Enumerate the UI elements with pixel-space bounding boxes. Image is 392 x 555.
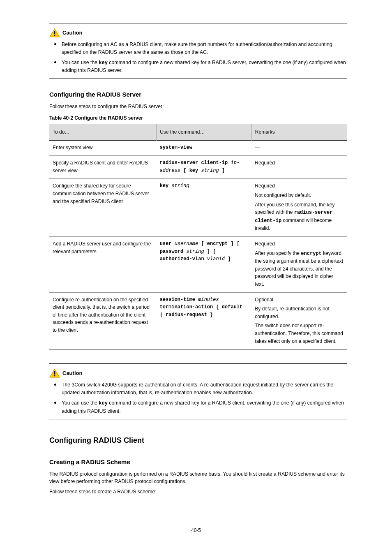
intro-text: Follow these steps to configure the RADI… xyxy=(49,103,347,111)
svg-rect-2 xyxy=(54,35,55,36)
svg-rect-4 xyxy=(54,371,55,375)
list-item: You can use the key command to configure… xyxy=(54,59,347,75)
page-number: 40-5 xyxy=(0,527,392,534)
table-row: Configure re-authentication on the speci… xyxy=(49,292,347,349)
cell-command: session-time minutes termination-action … xyxy=(157,292,252,349)
table-caption: Table 40-2 Configure the RADIUS server xyxy=(49,114,347,122)
list-item: Before configuring an AC as a RADIUS cli… xyxy=(54,41,347,56)
config-table: To do… Use the command… Remarks Enter sy… xyxy=(49,124,347,349)
svg-rect-1 xyxy=(54,31,55,34)
cell-remarks: OptionalBy default, re-authentication is… xyxy=(251,292,347,349)
list-item: You can use the key command to configure… xyxy=(54,399,347,415)
list-item: The 3Com switch 4200G supports re-authen… xyxy=(54,381,347,397)
cell-command: radius-server client-ip ip-address [ key… xyxy=(157,156,252,179)
cell-todo: Configure the shared key for secure comm… xyxy=(49,179,157,237)
horizontal-rule xyxy=(49,363,347,364)
cell-command: system-view xyxy=(157,140,252,156)
heading-radius-client: Configuring RADIUS Client xyxy=(49,435,347,446)
caution-list-1: Before configuring an AC as a RADIUS cli… xyxy=(49,41,347,74)
table-body: Enter system viewsystem-view—Specify a R… xyxy=(49,140,347,349)
section-title-creating-scheme: Creating a RADIUS Scheme xyxy=(49,457,347,467)
caution-label: Caution xyxy=(62,369,82,377)
section-title-radius-server: Configuring the RADIUS Server xyxy=(49,90,347,99)
cell-todo: Configure re-authentication on the speci… xyxy=(49,292,157,349)
caution-block-2: Caution xyxy=(49,369,347,378)
table-header-todo: To do… xyxy=(49,124,157,141)
horizontal-rule xyxy=(49,79,347,79)
paragraph: Follow these steps to create a RADIUS sc… xyxy=(49,488,347,496)
cell-todo: Enter system view xyxy=(49,140,157,156)
caution-label: Caution xyxy=(62,29,82,37)
cell-remarks: — xyxy=(251,140,347,156)
table-row: Configure the shared key for secure comm… xyxy=(49,179,347,237)
cell-remarks: RequiredNot configured by default.After … xyxy=(251,179,347,237)
horizontal-rule xyxy=(49,419,347,419)
cell-todo: Specify a RADIUS client and enter RADIUS… xyxy=(49,156,157,179)
table-header-remarks: Remarks xyxy=(251,124,347,141)
cell-command: key string xyxy=(157,179,252,237)
table-row: Enter system viewsystem-view— xyxy=(49,140,347,156)
cell-remarks: Required xyxy=(251,156,347,179)
table-row: Specify a RADIUS client and enter RADIUS… xyxy=(49,156,347,179)
caution-block-1: Caution xyxy=(49,28,347,37)
top-horizontal-rule xyxy=(49,23,347,23)
table-header-cmd: Use the command… xyxy=(157,124,252,141)
paragraph: The RADIUS protocol configuration is per… xyxy=(49,470,347,486)
cell-todo: Add a RADIUS server user and configure t… xyxy=(49,237,157,293)
caution-icon xyxy=(49,369,60,378)
table-row: Add a RADIUS server user and configure t… xyxy=(49,237,347,293)
caution-icon xyxy=(49,28,60,37)
cell-remarks: RequiredAfter you specify the encrypt ke… xyxy=(251,237,347,293)
svg-rect-5 xyxy=(54,375,55,377)
caution-list-2: The 3Com switch 4200G supports re-authen… xyxy=(49,381,347,415)
cell-command: user username [ encrypt ] [ password str… xyxy=(157,237,252,293)
